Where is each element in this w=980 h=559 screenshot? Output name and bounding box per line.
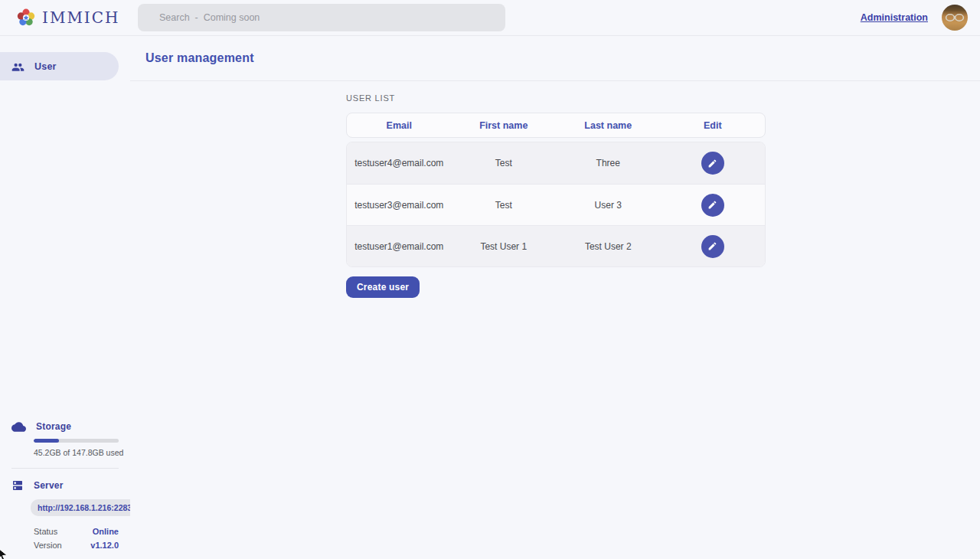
topbar-right: Administration bbox=[861, 5, 980, 31]
column-header-first-name: First name bbox=[452, 120, 557, 131]
edit-user-button[interactable] bbox=[701, 152, 724, 175]
page-title: User management bbox=[145, 51, 254, 65]
immich-logo-icon bbox=[16, 8, 36, 28]
brand-name: IMMICH bbox=[42, 8, 120, 27]
page-header: User management bbox=[130, 36, 980, 81]
cell-email: testuser3@email.com bbox=[347, 200, 452, 211]
mouse-cursor bbox=[0, 545, 11, 559]
sidebar-divider bbox=[11, 468, 119, 469]
main-content: User management USER LIST Email First na… bbox=[130, 36, 980, 559]
storage-progress-fill bbox=[34, 439, 59, 443]
user-avatar[interactable] bbox=[942, 5, 968, 31]
column-header-email: Email bbox=[347, 120, 452, 131]
topbar: IMMICH Administration bbox=[0, 0, 980, 36]
server-label: Server bbox=[34, 480, 64, 491]
server-status-row: Status Online bbox=[34, 527, 119, 536]
edit-user-button[interactable] bbox=[701, 235, 724, 258]
sidebar-item-user[interactable]: User bbox=[0, 52, 119, 80]
user-table-body: testuser4@email.com Test Three bbox=[346, 142, 766, 267]
table-row: testuser3@email.com Test User 3 bbox=[347, 184, 765, 225]
brand: IMMICH bbox=[0, 8, 138, 28]
cell-last-name: User 3 bbox=[556, 200, 661, 211]
column-header-last-name: Last name bbox=[556, 120, 661, 131]
storage-progress-track bbox=[34, 439, 119, 443]
user-table-header: Email First name Last name Edit bbox=[346, 113, 766, 138]
sidebar-item-user-label: User bbox=[34, 61, 57, 72]
sidebar: User Storage 45.2GB of 147.8GB used bbox=[0, 36, 130, 559]
edit-user-button[interactable] bbox=[701, 194, 724, 217]
cloud-icon bbox=[11, 422, 26, 432]
pencil-icon bbox=[707, 159, 717, 168]
storage-section: Storage 45.2GB of 147.8GB used bbox=[11, 421, 119, 457]
table-row: testuser4@email.com Test Three bbox=[347, 142, 765, 184]
server-version-row: Version v1.12.0 bbox=[34, 541, 119, 550]
server-icon bbox=[11, 479, 24, 492]
people-icon bbox=[11, 61, 24, 72]
storage-label: Storage bbox=[36, 421, 71, 432]
sidebar-bottom: Storage 45.2GB of 147.8GB used Server ht… bbox=[0, 421, 130, 550]
pencil-icon bbox=[707, 200, 717, 210]
server-section: Server http://192.168.1.216:2283 Status … bbox=[11, 479, 119, 550]
search-input[interactable] bbox=[138, 4, 505, 31]
storage-usage-text: 45.2GB of 147.8GB used bbox=[34, 448, 119, 457]
user-table: Email First name Last name Edit testuser… bbox=[346, 113, 766, 267]
server-version-value: v1.12.0 bbox=[90, 541, 119, 550]
cell-last-name: Test User 2 bbox=[556, 241, 661, 252]
table-row: testuser1@email.com Test User 1 Test Use… bbox=[347, 225, 765, 266]
server-status-label: Status bbox=[34, 527, 57, 536]
server-url-badge: http://192.168.1.216:2283 bbox=[31, 499, 139, 516]
server-status-value: Online bbox=[93, 527, 119, 536]
administration-link[interactable]: Administration bbox=[861, 12, 928, 23]
cell-first-name: Test User 1 bbox=[452, 241, 557, 252]
column-header-edit: Edit bbox=[661, 120, 766, 131]
server-version-label: Version bbox=[34, 541, 62, 550]
cell-first-name: Test bbox=[452, 200, 557, 211]
cell-last-name: Three bbox=[556, 158, 661, 168]
cell-email: testuser4@email.com bbox=[347, 158, 452, 168]
pencil-icon bbox=[707, 241, 717, 251]
user-list-section-label: USER LIST bbox=[346, 93, 980, 103]
cell-email: testuser1@email.com bbox=[347, 241, 452, 252]
cell-first-name: Test bbox=[452, 158, 557, 168]
create-user-button[interactable]: Create user bbox=[346, 276, 420, 298]
